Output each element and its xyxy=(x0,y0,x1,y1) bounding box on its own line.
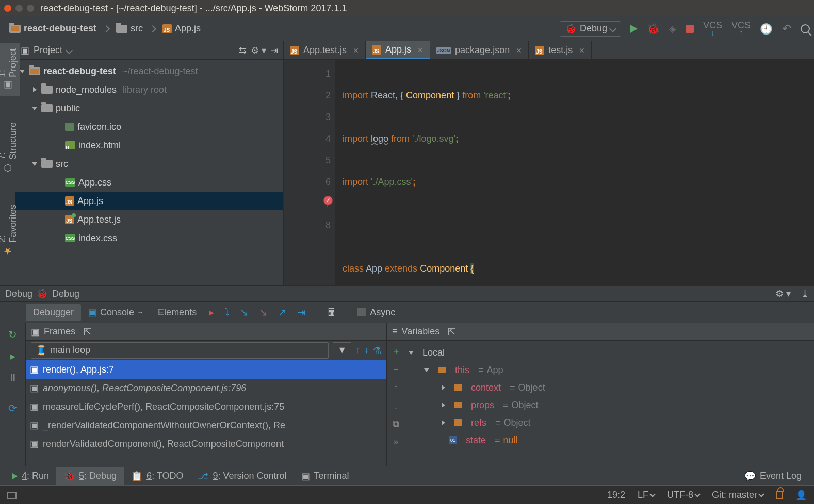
breadcrumb-project[interactable]: react-debug-test xyxy=(4,21,102,36)
rerun-icon[interactable]: ↻ xyxy=(8,328,17,341)
frame-row[interactable]: ▣renderValidatedComponent(), ReactCompos… xyxy=(26,434,386,453)
more-icon[interactable]: » xyxy=(393,436,398,447)
git-branch[interactable]: Git: master xyxy=(712,490,763,500)
tool-vcs[interactable]: ⎇9: Version Control xyxy=(190,467,294,485)
pause-icon[interactable]: ⏸ xyxy=(8,372,18,383)
filter-icon[interactable]: ⚗ xyxy=(373,345,381,356)
frame-list: ▣render(), App.js:7 ▣anonymous(), ReactC… xyxy=(26,360,386,466)
tree-indexhtml[interactable]: index.html xyxy=(15,136,283,155)
panel-icon: ▣ xyxy=(21,45,29,56)
tool-windows-icon[interactable] xyxy=(7,492,17,499)
tool-debug[interactable]: 🐞5: Debug xyxy=(56,467,124,485)
restore-layout-icon[interactable]: ⇱ xyxy=(448,326,455,338)
console-tab[interactable]: ▣Console→ xyxy=(81,304,151,321)
async-checkbox[interactable] xyxy=(357,308,366,316)
editor-tab[interactable]: JSONpackage.json✕ xyxy=(430,41,529,59)
file-encoding[interactable]: UTF-8 xyxy=(667,490,699,500)
frame-row[interactable]: ▣render(), App.js:7 xyxy=(26,360,386,379)
variables-tree[interactable]: Local this = App context = Object props … xyxy=(405,341,814,466)
remove-watch-icon[interactable]: − xyxy=(393,364,399,375)
breadcrumb-file[interactable]: JSApp.js xyxy=(157,21,206,36)
tool-tab-favorites[interactable]: ★2: Favorites xyxy=(0,199,20,262)
tree-favicon[interactable]: favicon.ico xyxy=(15,117,283,136)
close-icon[interactable]: ✕ xyxy=(516,46,522,55)
code-content[interactable]: import React, { Component } from 'react'… xyxy=(335,60,814,285)
debugger-tab[interactable]: Debugger xyxy=(26,304,81,321)
add-watch-icon[interactable]: ＋ xyxy=(392,345,401,357)
editor-tab-active[interactable]: JSApp.js✕ xyxy=(366,41,430,59)
tree-appjs[interactable]: JSApp.js xyxy=(15,192,283,210)
force-step-into-icon[interactable]: ↘ xyxy=(259,306,268,318)
window-maximize-button[interactable] xyxy=(27,5,34,12)
window-close-button[interactable] xyxy=(4,5,11,12)
step-out-icon[interactable]: ↗ xyxy=(278,306,287,318)
step-into-icon[interactable]: ↘ xyxy=(240,306,249,318)
editor-gutter[interactable]: 12345678 xyxy=(284,60,335,285)
tree-apptest[interactable]: JSApp.test.js xyxy=(15,210,283,229)
tree-node-modules[interactable]: node_moduleslibrary root xyxy=(15,80,283,99)
debug-config-icon: 🐞 xyxy=(37,288,48,299)
tool-tab-project[interactable]: ▣1: Project xyxy=(0,43,20,96)
dropdown-icon[interactable]: ▼ xyxy=(333,342,351,358)
tree-root[interactable]: react-debug-test~/react-debug-test xyxy=(15,62,283,80)
run-configuration-selector[interactable]: 🐞Debug xyxy=(560,21,621,37)
next-frame-icon[interactable]: ↓ xyxy=(364,345,369,356)
vcs-commit-button[interactable]: VCS↑ xyxy=(731,21,751,37)
collapse-icon[interactable]: ⇥ xyxy=(270,45,278,56)
tool-eventlog[interactable]: 💬Event Log xyxy=(737,467,809,485)
tree-public[interactable]: public xyxy=(15,99,283,117)
caret-position[interactable]: 19:2 xyxy=(607,490,625,500)
duplicate-icon[interactable]: ⧉ xyxy=(393,418,399,429)
autoscroll-icon[interactable]: ⇆ xyxy=(239,45,247,56)
move-down-icon[interactable]: ↓ xyxy=(394,400,398,411)
revert-button[interactable]: ↶ xyxy=(782,22,791,36)
view-breakpoints-icon[interactable]: ⟳ xyxy=(8,402,17,414)
history-button[interactable]: 🕘 xyxy=(760,23,773,35)
frame-row[interactable]: ▣_renderValidatedComponentWithoutOwnerOr… xyxy=(26,416,386,434)
evaluate-icon[interactable]: 🖩 xyxy=(327,307,337,318)
code-editor[interactable]: 12345678 import React, { Component } fro… xyxy=(284,60,814,285)
breadcrumb-folder[interactable]: src xyxy=(111,21,148,36)
thread-selector[interactable]: 🧵main loop xyxy=(31,342,329,359)
tree-indexcss[interactable]: CSSindex.css xyxy=(15,229,283,247)
step-over-icon[interactable]: ⤵ xyxy=(224,307,230,318)
frame-row[interactable]: ▣anonymous(), ReactCompositeComponent.js… xyxy=(26,379,386,397)
prev-frame-icon[interactable]: ↑ xyxy=(355,345,360,356)
debug-button[interactable]: 🐞 xyxy=(647,23,660,35)
search-button[interactable] xyxy=(801,24,810,33)
hide-icon[interactable]: ⤓ xyxy=(801,288,809,299)
run-to-cursor-icon[interactable]: ⇥ xyxy=(297,306,306,318)
move-up-icon[interactable]: ↑ xyxy=(394,382,398,393)
close-icon[interactable]: ✕ xyxy=(353,46,359,55)
tree-appcss[interactable]: CSSApp.css xyxy=(15,173,283,192)
tool-terminal[interactable]: ▣Terminal xyxy=(294,467,356,485)
tool-todo[interactable]: 📋6: TODO xyxy=(124,467,190,485)
tool-tab-structure[interactable]: ⬡7: Structure xyxy=(0,117,20,179)
tree-src[interactable]: src xyxy=(15,155,283,173)
editor-tab[interactable]: JStest.js✕ xyxy=(529,41,592,59)
window-minimize-button[interactable] xyxy=(15,5,23,12)
run-button[interactable] xyxy=(630,25,638,33)
tool-run[interactable]: 4: Run xyxy=(5,467,56,484)
line-separator[interactable]: LF xyxy=(638,490,655,500)
frame-row[interactable]: ▣measureLifeCyclePerf(), ReactCompositeC… xyxy=(26,397,386,416)
close-icon[interactable]: ✕ xyxy=(579,46,585,55)
stop-button[interactable] xyxy=(686,25,694,33)
lock-icon[interactable] xyxy=(776,491,783,499)
status-bar: 19:2 LF UTF-8 Git: master 👤 xyxy=(0,485,814,504)
editor-tab[interactable]: JSApp.test.js✕ xyxy=(284,41,366,59)
chevron-down-icon[interactable] xyxy=(66,46,73,54)
breakpoint-verified-icon[interactable] xyxy=(323,196,333,205)
hector-icon[interactable]: 👤 xyxy=(795,490,807,501)
coverage-button[interactable]: ◈ xyxy=(669,23,676,35)
elements-tab[interactable]: Elements xyxy=(151,304,204,321)
resume-icon[interactable]: ▸ xyxy=(10,350,15,362)
show-execution-point-icon[interactable]: ▸ xyxy=(209,306,214,318)
vcs-update-button[interactable]: VCS↓ xyxy=(703,21,722,37)
close-icon[interactable]: ✕ xyxy=(417,46,424,54)
restore-layout-icon[interactable]: ⇱ xyxy=(84,326,91,338)
gear-icon[interactable]: ⚙ ▾ xyxy=(251,45,266,56)
folder-icon xyxy=(41,160,53,168)
gear-icon[interactable]: ⚙ ▾ xyxy=(775,288,791,299)
tool-tab-npm[interactable]: ▮npm xyxy=(1,282,14,285)
